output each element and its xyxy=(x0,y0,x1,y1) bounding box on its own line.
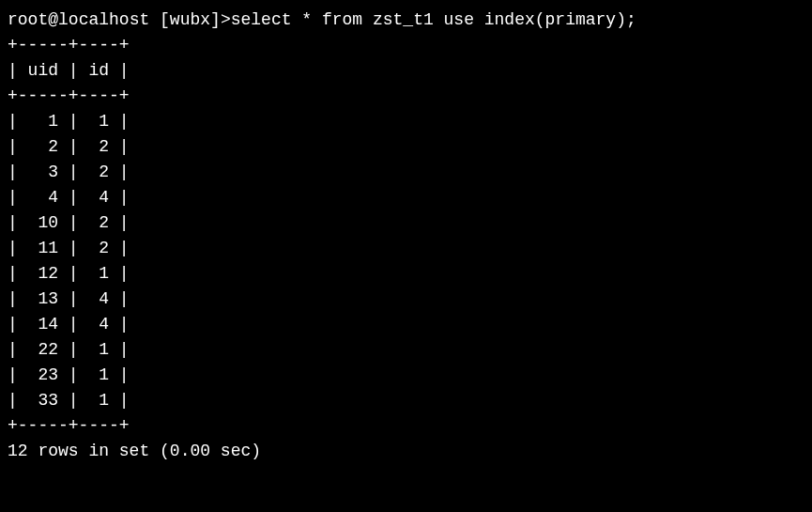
table-border-bottom: +-----+----+ xyxy=(8,413,804,439)
prompt-line[interactable]: root@localhost [wubx]>select * from zst_… xyxy=(8,8,804,33)
sql-command: select * from zst_t1 use index(primary); xyxy=(231,10,636,29)
prompt-prefix: root@localhost [wubx]> xyxy=(8,10,231,29)
table-header: | uid | id | xyxy=(8,58,804,84)
table-row: | 14 | 4 | xyxy=(8,312,804,337)
table-row: | 2 | 2 | xyxy=(8,134,804,160)
table-rows-container: | 1 | 1 || 2 | 2 || 3 | 2 || 4 | 4 || 10… xyxy=(8,109,804,413)
table-row: | 1 | 1 | xyxy=(8,109,804,134)
table-row: | 13 | 4 | xyxy=(8,287,804,312)
table-row: | 3 | 2 | xyxy=(8,160,804,185)
result-summary: 12 rows in set (0.00 sec) xyxy=(8,439,804,464)
table-border-top: +-----+----+ xyxy=(8,33,804,58)
table-row: | 33 | 1 | xyxy=(8,388,804,413)
table-row: | 10 | 2 | xyxy=(8,210,804,236)
table-border-mid: +-----+----+ xyxy=(8,84,804,109)
table-row: | 22 | 1 | xyxy=(8,337,804,363)
table-row: | 12 | 1 | xyxy=(8,261,804,287)
terminal-output: root@localhost [wubx]>select * from zst_… xyxy=(8,8,804,464)
table-row: | 11 | 2 | xyxy=(8,236,804,261)
table-row: | 23 | 1 | xyxy=(8,363,804,388)
table-row: | 4 | 4 | xyxy=(8,185,804,210)
